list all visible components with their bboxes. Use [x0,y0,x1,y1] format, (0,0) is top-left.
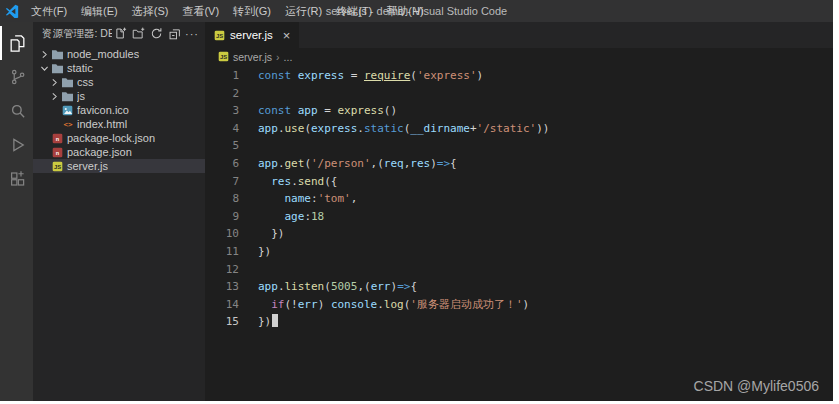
tree-item-favicon.ico[interactable]: favicon.ico [33,103,205,117]
code-token [291,69,298,82]
line-content: }) [239,243,271,261]
close-tab-icon[interactable]: × [283,28,291,43]
menu-selection[interactable]: 选择(S) [125,0,176,22]
activity-run-debug-icon[interactable] [0,128,33,162]
line-number[interactable]: 1 [205,67,239,85]
tree-item-css[interactable]: css [33,75,205,89]
code-line-13[interactable]: 13app.listen(5005,(err)=>{ [205,278,833,296]
code-token: + [470,122,477,135]
tab-server-js[interactable]: JS server.js × [205,22,299,48]
code-line-6[interactable]: 6app.get('/person',(req,res)=>{ [205,155,833,173]
code-line-15[interactable]: 15}) [205,313,833,331]
menu-edit[interactable]: 编辑(E) [74,0,125,22]
file-name: server.js [67,160,108,172]
folder-file-icon [50,49,65,60]
code-token: ) [477,69,484,82]
line-content: app.get('/person',(req,res)=>{ [239,155,457,173]
code-token: () [384,104,397,117]
tree-item-package-lock.json[interactable]: npackage-lock.json [33,131,205,145]
refresh-explorer-icon[interactable] [148,26,164,42]
code-line-3[interactable]: 3const app = express() [205,102,833,120]
breadcrumb-separator: › [276,51,280,63]
code-line-9[interactable]: 9 age:18 [205,208,833,226]
code-token: req [384,157,404,170]
tab-label: server.js [230,29,273,41]
code-token [291,104,298,117]
code-line-14[interactable]: 14 if(!err) console.log('服务器启动成功了！') [205,296,833,314]
code-line-1[interactable]: 1const express = require('express') [205,67,833,85]
code-line-7[interactable]: 7 res.send({ [205,173,833,191]
svg-text:JS: JS [220,54,227,60]
line-content: age:18 [239,208,324,226]
breadcrumb-file[interactable]: server.js [233,51,272,63]
line-content: const express = require('express') [239,67,483,85]
new-file-icon[interactable] [112,26,128,42]
text-cursor [272,314,278,327]
line-number[interactable]: 12 [205,261,239,279]
tree-item-js[interactable]: js [33,89,205,103]
line-content: if(!err) console.log('服务器启动成功了！') [239,296,529,314]
line-content: }) [239,313,278,331]
line-number[interactable]: 8 [205,190,239,208]
code-token: )) [536,122,549,135]
file-name: package.json [67,146,132,158]
code-token: . [291,175,298,188]
svg-text:JS: JS [216,33,223,39]
line-number[interactable]: 11 [205,243,239,261]
code-token: . [278,157,285,170]
code-token: log [384,298,404,311]
npm-file-icon: n [50,147,65,158]
line-number[interactable]: 10 [205,225,239,243]
collapse-folders-icon[interactable] [166,26,182,42]
code-token: }) [258,227,285,240]
line-number[interactable]: 3 [205,102,239,120]
line-number[interactable]: 7 [205,173,239,191]
more-actions-button[interactable]: ··· [185,28,199,40]
code-line-8[interactable]: 8 name:'tom', [205,190,833,208]
new-folder-icon[interactable] [130,26,146,42]
line-number[interactable]: 5 [205,137,239,155]
code-line-4[interactable]: 4app.use(express.static(__dirname+'/stat… [205,120,833,138]
code-line-11[interactable]: 11}) [205,243,833,261]
line-number[interactable]: 4 [205,120,239,138]
activity-source-control-icon[interactable] [0,60,33,94]
code-line-10[interactable]: 10 }) [205,225,833,243]
menu-terminal[interactable]: 终端(T) [329,0,379,22]
explorer-header: 资源管理器: DEMO ··· [33,22,205,45]
tree-item-node_modules[interactable]: node_modules [33,47,205,61]
tree-item-index.html[interactable]: <>index.html [33,117,205,131]
line-number[interactable]: 9 [205,208,239,226]
file-name: index.html [77,118,127,130]
line-number[interactable]: 15 [205,313,239,331]
vscode-window: 文件(F)编辑(E)选择(S)查看(V)转到(G)运行(R)终端(T)帮助(H)… [0,0,833,401]
activity-extensions-icon[interactable] [0,162,33,196]
breadcrumb-more[interactable]: ... [284,51,293,63]
code-token: listen [285,280,325,293]
line-number[interactable]: 14 [205,296,239,314]
line-number[interactable]: 6 [205,155,239,173]
activity-search-icon[interactable] [0,94,33,128]
code-area[interactable]: 1const express = require('express')23con… [205,65,833,401]
code-token: app [258,122,278,135]
js-file-icon: JS [214,30,225,41]
menu-run[interactable]: 运行(R) [278,0,329,22]
code-token: app [258,280,278,293]
code-token [258,192,285,205]
code-line-2[interactable]: 2 [205,85,833,103]
menu-help[interactable]: 帮助(H) [379,0,430,22]
tree-item-server.js[interactable]: JSserver.js [33,159,205,173]
line-number[interactable]: 2 [205,85,239,103]
tree-item-package.json[interactable]: npackage.json [33,145,205,159]
line-number[interactable]: 13 [205,278,239,296]
tree-item-static[interactable]: static [33,61,205,75]
menu-file[interactable]: 文件(F) [24,0,74,22]
code-token: ,( [371,157,384,170]
menu-view[interactable]: 查看(V) [175,0,226,22]
menu-goto[interactable]: 转到(G) [226,0,278,22]
code-line-12[interactable]: 12 [205,261,833,279]
code-token: 'tom' [318,192,351,205]
code-token: ({ [324,175,337,188]
code-token: age [285,210,305,223]
activity-explorer-icon[interactable] [0,26,33,60]
code-line-5[interactable]: 5 [205,137,833,155]
